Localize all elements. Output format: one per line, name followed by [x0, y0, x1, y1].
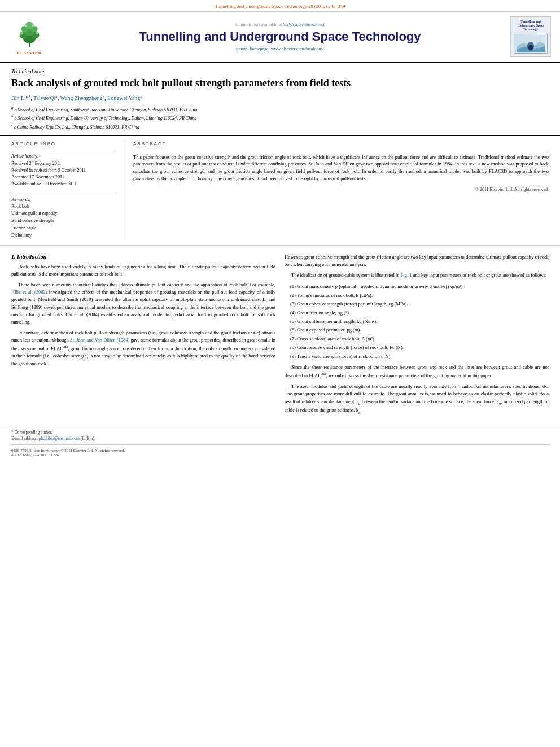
elsevier-logo: ELSEVIER [14, 19, 45, 55]
history-label: Article history: [11, 154, 116, 159]
affiliation-b: b b School of Civil Engineering, Dalian … [11, 113, 549, 122]
svg-point-14 [528, 45, 533, 50]
intro-para-2: There have been numerous theoretical stu… [11, 281, 275, 326]
intro-para-1: Rock bolts have been used widely in many… [11, 263, 275, 278]
journal-title: Tunnelling and Underground Space Technol… [139, 29, 421, 44]
page: Tunnelling and Underground Space Technol… [0, 0, 560, 747]
abstract-column: ABSTRACT This paper focuses on the grout… [133, 141, 549, 239]
svg-point-10 [24, 24, 27, 27]
elsevier-logo-area: ELSEVIER [7, 16, 52, 57]
footer-issn: 0886-7798/$ - see front matter © 2011 El… [11, 448, 549, 457]
sciverse-line: Contents lists available at SciVerse Sci… [235, 22, 325, 27]
article-info-column: ARTICLE INFO Article history: Received 2… [11, 141, 124, 239]
article-meta: Technical note Back analysis of grouted … [0, 63, 560, 136]
doi-line: doi:10.1016/j.tust.2011.11.004 [11, 453, 549, 457]
keyword-4: Friction angle [11, 225, 116, 232]
sciverse-text: Contents lists available at [235, 22, 282, 27]
journal-reference: Tunnelling and Underground Space Technol… [215, 3, 345, 9]
author-longwei-yang: Longwei Yang [107, 95, 140, 102]
svg-point-8 [20, 31, 23, 34]
param-2: (2) Young's modulus of rock bolt, E (GPa… [290, 291, 549, 299]
journal-thumbnail-area: Tunnelling and Underground Space Technol… [508, 16, 553, 57]
param-5: (5) Grout stiffness per unit length, kg … [290, 317, 549, 325]
article-title: Back analysis of grouted rock bolt pullo… [11, 77, 549, 90]
journal-thumbnail: Tunnelling and Underground Space Technol… [510, 16, 551, 57]
keywords-label: Keywords: [11, 197, 116, 202]
param-1: (1) Grout mass density ρ (optional – nee… [290, 282, 549, 290]
thumbnail-image-icon [517, 36, 545, 52]
email-line: E-mail address: phdilibin@foxmail.com (L… [11, 436, 549, 441]
kilic-ref: Kilic et al. (2002) [11, 289, 47, 295]
param-8: (8) Compressive yield strength (force) o… [290, 343, 549, 351]
authors-line: Bin Lia,*, Taiyue Qia, Wang Zhengzhengb,… [11, 94, 549, 101]
affiliation-c: c c China Railway Erju Co. Ltd., Chengdu… [11, 123, 549, 131]
main-content: 1. Introduction Rock bolts have been use… [0, 246, 560, 425]
article-info-label: ARTICLE INFO [11, 141, 116, 146]
abstract-label: ABSTRACT [133, 141, 549, 146]
issn-line: 0886-7798/$ - see front matter © 2011 El… [11, 448, 549, 453]
parameters-list: (1) Grout mass density ρ (optional – nee… [290, 282, 549, 360]
keyword-1: Rock bolt [11, 203, 116, 211]
abstract-text: This paper focuses on the grout cohesive… [133, 154, 549, 182]
journal-homepage: journal homepage: www.elsevier.com/locat… [236, 46, 324, 51]
homepage-label: journal homepage: [236, 46, 270, 51]
divider-3 [133, 150, 549, 150]
keyword-3: Bond cohesive strength [11, 217, 116, 225]
right-para-4: The area, modulus and yield strength of … [285, 383, 549, 416]
affiliation-a: a a School of Civil Engineering, Southwe… [11, 105, 549, 113]
param-7: (7) Cross-sectional area of rock bolt, A… [290, 335, 549, 343]
param-4: (4) Grout friction angle, φg (°). [290, 309, 549, 317]
history-revised: Received in revised form 5 October 2011 [11, 167, 116, 174]
elsevier-tree-icon [14, 19, 45, 50]
email-suffix: (L. Bin). [81, 436, 95, 441]
history-online: Available online 10 December 2011 [11, 181, 116, 187]
author-bin-li: Bin Li [11, 95, 26, 102]
thumbnail-text: Tunnelling and Underground Space Technol… [513, 20, 548, 32]
article-type: Technical note [11, 68, 549, 75]
history-accepted: Accepted 17 November 2011 [11, 174, 116, 181]
param-3: (3) Grout cohesive strength (force) per … [290, 300, 549, 308]
corresponding-author: * Corresponding author. [11, 430, 549, 435]
right-para-1: However, grout cohesive strength and the… [285, 254, 549, 268]
email-address[interactable]: phdilibin@foxmail.com [39, 436, 80, 441]
info-abstract-section: ARTICLE INFO Article history: Received 2… [0, 136, 560, 246]
keywords-section: Keywords: Rock bolt Ultimate pullout cap… [11, 197, 116, 239]
st-john-ref: St. John and Van Dillen (1984) [70, 337, 129, 343]
svg-point-9 [36, 31, 39, 34]
page-footer: * Corresponding author. E-mail address: … [0, 425, 560, 461]
homepage-url[interactable]: www.elsevier.com/locate/tust [271, 46, 324, 51]
sciverse-link[interactable]: SciVerse ScienceDirect [283, 22, 325, 27]
header-center: Contents lists available at SciVerse Sci… [58, 16, 502, 57]
keyword-5: Dichotomy [11, 232, 116, 239]
right-para-2: The idealization of grouted-cable system… [285, 272, 549, 279]
divider-2 [11, 191, 116, 191]
affiliations: a a School of Civil Engineering, Southwe… [11, 105, 549, 131]
left-column: 1. Introduction Rock bolts have been use… [11, 254, 275, 419]
intro-para-3: In contrast, determination of rock bolt … [11, 329, 275, 368]
header-area: ELSEVIER Contents lists available at Sci… [0, 12, 560, 63]
right-para-3: Since the shear resistance parameters of… [285, 364, 549, 379]
param-9: (9) Tensile yield strength (force) of ro… [290, 352, 549, 360]
svg-point-11 [32, 24, 34, 27]
param-6: (6) Grout exposed perimeter, pg (m). [290, 326, 549, 334]
fig1-ref: Fig. 1 [401, 272, 412, 278]
journal-ref-bar: Tunnelling and Underground Space Technol… [0, 0, 560, 12]
footer-divider [11, 444, 549, 445]
history-received: Received 24 February 2011 [11, 160, 116, 167]
keyword-2: Ultimate pullout capacity [11, 210, 116, 217]
introduction-heading: 1. Introduction [11, 254, 275, 260]
right-column: However, grout cohesive strength and the… [285, 254, 549, 419]
divider-1 [11, 150, 116, 150]
author-taiyue-qi: Taiyue Qi [33, 95, 56, 102]
copyright: © 2011 Elsevier Ltd. All rights reserved… [133, 187, 549, 192]
author-wang-zhengzheng: Wang Zhengzheng [60, 95, 103, 102]
elsevier-label: ELSEVIER [17, 51, 41, 55]
